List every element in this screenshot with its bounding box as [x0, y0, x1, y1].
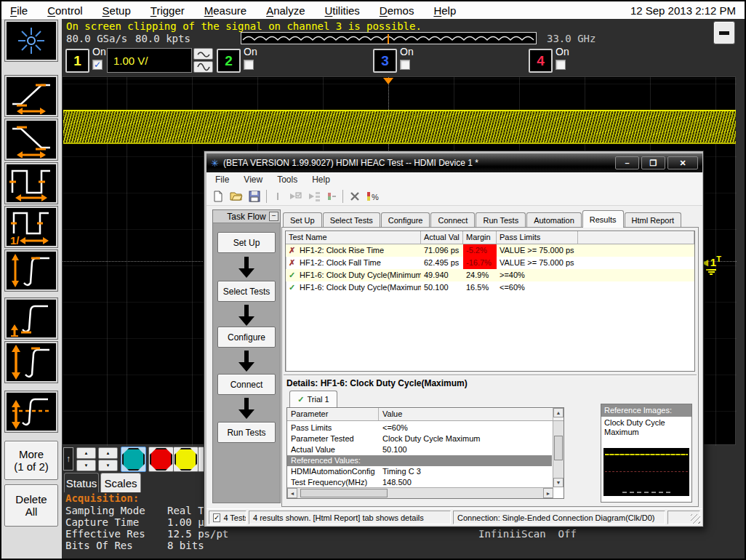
sidebar-button-frequency[interactable]: 1/ — [5, 207, 57, 247]
marker-color-red-button[interactable] — [148, 447, 174, 472]
task-flow-set-up-button[interactable]: Set Up — [217, 232, 276, 253]
details-splitter[interactable] — [284, 375, 697, 376]
channel-4-on-checkbox[interactable] — [556, 60, 566, 70]
sidebar-button-rise-time[interactable] — [5, 76, 57, 116]
task-flow-select-tests-button[interactable]: Select Tests — [217, 281, 276, 302]
scrollbar-thumb[interactable] — [554, 436, 563, 460]
table-row[interactable]: ✗ HF1-2: Clock Rise Time 71.096 ps -5.2%… — [286, 244, 694, 257]
marker-position-control[interactable]: ↑ — [63, 447, 73, 471]
dialog-menu-tools[interactable]: Tools — [277, 175, 297, 185]
table-row[interactable]: ✓ HF1-6: Clock Duty Cycle(Minimum) 49.94… — [286, 269, 694, 281]
table-row[interactable]: ✗ HF1-2: Clock Fall Time 62.495 ps -16.7… — [286, 257, 694, 269]
col-test-name[interactable]: Test Name — [286, 231, 421, 244]
delete-results-button[interactable] — [349, 191, 361, 202]
dialog-minimize-button[interactable]: – — [615, 156, 639, 169]
channel-1-scale-display[interactable]: 1.00 V/ — [107, 48, 192, 73]
channel-1-button[interactable]: 1 — [65, 49, 89, 73]
sidebar-button-amplitude[interactable] — [5, 342, 57, 383]
marker-color-yellow-button[interactable] — [173, 447, 198, 472]
spin-down-button-2[interactable]: ▼ — [98, 460, 118, 471]
scope-minimize-button[interactable] — [713, 21, 735, 44]
channel-1-on-checkbox[interactable]: ✓ — [92, 60, 103, 70]
menu-help[interactable]: Help — [433, 4, 456, 17]
dialog-menu-view[interactable]: View — [244, 175, 262, 185]
menu-trigger[interactable]: Trigger — [151, 4, 185, 17]
task-flow-minimize-button[interactable]: – — [269, 212, 278, 221]
tab-select-tests[interactable]: Select Tests — [323, 212, 380, 228]
scroll-right-button[interactable]: ► — [543, 488, 553, 498]
parameter-table[interactable]: Parameter Value Pass Limits <=60% Parame… — [286, 407, 564, 499]
spin-down-button[interactable]: ▼ — [76, 460, 96, 471]
scroll-left-button[interactable]: ◄ — [287, 488, 297, 498]
param-row[interactable]: Test Frequency(MHz) 148.500 — [287, 477, 563, 488]
param-row[interactable]: Pass Limits <=60% — [287, 423, 563, 433]
dialog-menu-help[interactable]: Help — [312, 175, 330, 185]
menu-control[interactable]: Control — [47, 4, 82, 17]
horizontal-scrollbar[interactable]: ◄ ► — [287, 487, 553, 498]
col-actual-val[interactable]: Actual Val — [421, 231, 463, 244]
task-flow-configure-button[interactable]: Configure — [217, 327, 276, 348]
sidebar-button-average[interactable] — [5, 391, 57, 432]
tab-automation[interactable]: Automation — [526, 212, 582, 228]
sidebar-button-period[interactable] — [5, 163, 57, 204]
tab-scales[interactable]: Scales — [100, 473, 141, 492]
menu-demos[interactable]: Demos — [380, 4, 414, 17]
reference-image-thumbnail[interactable] — [603, 448, 689, 496]
new-document-button[interactable] — [212, 191, 224, 202]
results-table[interactable]: Test Name Actual Val Margin Pass Limits … — [285, 231, 695, 372]
open-file-button[interactable] — [230, 191, 243, 202]
tests-checkbox[interactable]: ✓ — [213, 513, 220, 522]
scale-fine-button[interactable] — [193, 48, 213, 60]
trigger-position-marker[interactable] — [383, 78, 393, 84]
channel-3-on-checkbox[interactable] — [400, 60, 410, 70]
param-row[interactable]: Parameter Tested Clock Duty Cycle Maximu… — [287, 433, 563, 444]
scale-coarse-button[interactable] — [193, 61, 213, 73]
dialog-resize-grip[interactable] — [691, 514, 700, 524]
margin-report-button[interactable]: % — [366, 191, 381, 202]
trial-1-tab[interactable]: ✓ Trial 1 — [289, 391, 337, 407]
menu-utilities[interactable]: Utilities — [325, 4, 360, 17]
menu-analyze[interactable]: Analyze — [266, 4, 305, 17]
run-checked-tests-button-disabled[interactable] — [289, 191, 302, 202]
col-margin[interactable]: Margin — [463, 231, 497, 244]
scroll-up-button[interactable]: ▲ — [553, 408, 563, 417]
menu-setup[interactable]: Setup — [103, 4, 131, 17]
tab-connect[interactable]: Connect — [430, 212, 475, 228]
delete-all-button[interactable]: Delete All — [4, 484, 58, 527]
more-button[interactable]: More (1 of 2) — [4, 441, 58, 480]
tab-results[interactable]: Results — [582, 210, 624, 228]
tab-run-tests[interactable]: Run Tests — [476, 212, 526, 228]
dialog-maximize-button[interactable]: ❐ — [641, 156, 665, 169]
waveform-preview-bar[interactable] — [241, 32, 537, 44]
param-row[interactable]: Actual Value 50.100 — [287, 444, 563, 455]
run-all-tests-button-disabled[interactable] — [308, 191, 321, 202]
channel-2-on-checkbox[interactable] — [244, 60, 254, 70]
dialog-close-button[interactable]: ✕ — [667, 156, 698, 169]
agilent-logo-button[interactable] — [5, 20, 57, 61]
col-value[interactable]: Value — [379, 408, 553, 420]
menu-measure[interactable]: Measure — [204, 4, 246, 17]
stop-tests-button-disabled[interactable] — [326, 191, 337, 202]
tab-configure[interactable]: Configure — [381, 212, 430, 228]
task-flow-run-tests-button[interactable]: Run Tests — [217, 422, 276, 443]
spin-up-button-2[interactable]: ▲ — [98, 447, 118, 459]
menu-file[interactable]: File — [10, 4, 28, 17]
sidebar-button-fall-time[interactable] — [5, 119, 57, 160]
tab-status[interactable]: Status — [64, 473, 99, 492]
col-parameter[interactable]: Parameter — [287, 408, 379, 420]
task-flow-connect-button[interactable]: Connect — [217, 374, 276, 395]
col-pass-limits[interactable]: Pass Limits — [497, 231, 578, 244]
tab-html-report[interactable]: Html Report — [625, 212, 682, 228]
channel-2-button[interactable]: 2 — [217, 49, 241, 73]
save-button[interactable] — [249, 191, 260, 202]
channel-3-button[interactable]: 3 — [373, 49, 397, 73]
sidebar-button-overshoot[interactable] — [5, 250, 57, 291]
vertical-scrollbar[interactable]: ▲ ▼ — [553, 421, 563, 487]
spin-up-button[interactable]: ▲ — [76, 447, 96, 459]
table-row[interactable]: ✓ HF1-6: Clock Duty Cycle(Maximum) 50.10… — [286, 281, 694, 294]
connect-step-button-disabled[interactable] — [273, 191, 283, 202]
param-row[interactable]: HDMIAutomationConfig Timing C 3 — [287, 466, 563, 477]
scrollbar-thumb[interactable] — [300, 489, 388, 497]
channel-4-button[interactable]: 4 — [529, 49, 553, 73]
tab-set-up[interactable]: Set Up — [283, 212, 322, 228]
